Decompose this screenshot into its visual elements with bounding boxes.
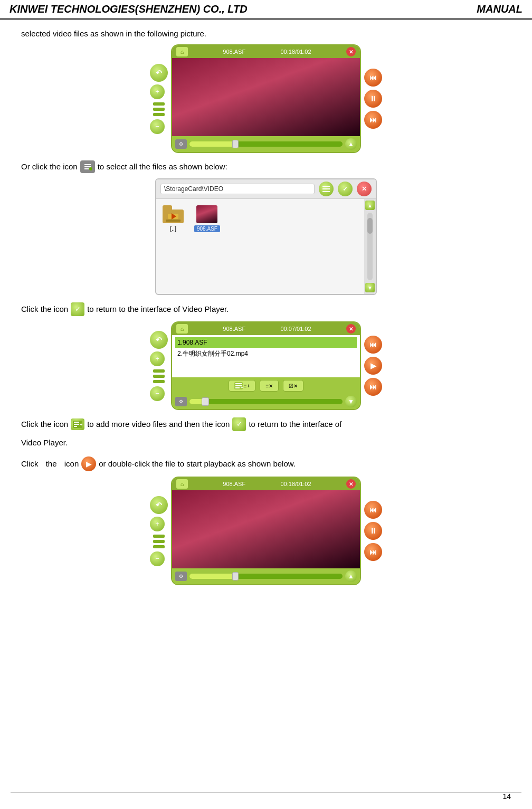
home-icon-3[interactable]: ⌂ (176, 479, 188, 489)
player3-left-controls: ↶ + − (147, 477, 171, 585)
settings-icon[interactable]: ⚙ (175, 139, 187, 149)
player3-wrap: ↶ + − ⌂ 908.ASF 00:18/01:02 ✕ (21, 477, 511, 585)
play-button-2[interactable]: ▶ (364, 357, 382, 375)
add-to-playlist-button[interactable]: + ≡+ (229, 380, 256, 392)
player3: ↶ + − ⌂ 908.ASF 00:18/01:02 ✕ (147, 477, 385, 585)
zoom-in-button-3[interactable]: + (150, 517, 165, 531)
player2-right-controls: ⏮ ▶ ⏭ (361, 321, 385, 410)
zoom-out-button[interactable]: − (150, 119, 165, 134)
player1-wrap: ↶ + − ⌂ 908.ASF 00:18/01:02 ✕ (21, 44, 511, 153)
close-icon[interactable]: ✕ (346, 47, 356, 56)
player1-progress-fill (189, 141, 235, 147)
player3-filename: 908.ASF (223, 481, 245, 487)
home-icon[interactable]: ⌂ (176, 47, 188, 56)
player3-screen (172, 490, 360, 568)
or-click-text1: Or click the icon (21, 160, 78, 173)
player2-wrap: ↶ + − ⌂ 908.ASF 00:07/01:02 ✕ 1.908.ASF (21, 321, 511, 410)
player3-progress-handle[interactable] (232, 572, 239, 580)
close-icon-2[interactable]: ✕ (346, 324, 356, 334)
rewind-button-2[interactable]: ⏮ (364, 336, 382, 354)
click-icon-text2: to return to the interface of Video Play… (87, 303, 229, 316)
parent-folder-label: [..] (170, 225, 176, 232)
file-browser-path: \StorageCard\VIDEO (160, 184, 315, 194)
manual-label: MANUAL (477, 3, 522, 15)
player1-topbar: ⌂ 908.ASF 00:18/01:02 ✕ (172, 45, 360, 58)
player3-video-content (172, 490, 360, 568)
svg-rect-6 (322, 188, 330, 189)
forward-button-3[interactable]: ⏭ (364, 543, 382, 561)
forward-button-2[interactable]: ⏭ (364, 378, 382, 396)
settings-icon-3[interactable]: ⚙ (175, 572, 187, 581)
home-icon-2[interactable]: ⌂ (176, 324, 188, 334)
select-all-icon (80, 160, 95, 173)
click-play-text2: the (46, 458, 57, 470)
click-add-text2: to add more video files and then the ico… (87, 418, 230, 431)
svg-rect-11 (235, 387, 240, 388)
rewind-button[interactable]: ⏮ (364, 69, 382, 87)
bottom-line (11, 793, 521, 793)
file-item-parent[interactable]: [..] (163, 205, 184, 232)
file-browser: \StorageCard\VIDEO ✓ ✕ (155, 178, 377, 295)
pause-button-3[interactable]: ⏸ (364, 522, 382, 540)
player2-left-controls: ↶ + − (147, 321, 171, 410)
settings-icon-2[interactable]: ⚙ (175, 397, 187, 406)
scroll-up-button[interactable]: ▲ (365, 201, 375, 210)
svg-text:+: + (241, 385, 243, 389)
playlist-item-1[interactable]: 1.908.ASF (175, 337, 357, 348)
checkmark-icon: ✓ (71, 302, 84, 316)
zoom-in-button-2[interactable]: + (150, 351, 165, 366)
player1-screen (172, 58, 360, 136)
close-browser-button[interactable]: ✕ (357, 182, 372, 196)
list-view-button[interactable] (319, 182, 334, 196)
file-item-908asf[interactable]: 908.ASF (194, 205, 220, 232)
scroll-down-button[interactable]: ▼ (365, 283, 375, 292)
svg-rect-15 (74, 424, 79, 425)
playlist-item-2[interactable]: 2.牛明织女削分手02.mp4 (175, 348, 357, 360)
player3-progress[interactable] (189, 574, 343, 579)
player2-topbar: ⌂ 908.ASF 00:07/01:02 ✕ (172, 322, 360, 335)
click-play-text1: Click (21, 458, 39, 470)
click-add-text1: Click the icon (21, 418, 68, 431)
back-button-3[interactable]: ↶ (150, 496, 168, 514)
svg-rect-16 (74, 426, 77, 427)
eject-icon-2[interactable]: ▼ (345, 396, 357, 407)
back-button[interactable]: ↶ (150, 64, 168, 82)
zoom-in-button[interactable]: + (150, 84, 165, 99)
eject-icon-3[interactable]: ▲ (345, 570, 357, 582)
remove-from-playlist-button[interactable]: ≡✕ (260, 380, 279, 392)
close-icon-3[interactable]: ✕ (346, 479, 356, 489)
add-icon: + (71, 418, 84, 430)
click-icon-text1: Click the icon (21, 303, 68, 316)
player3-progress-fill (189, 574, 235, 579)
zoom-out-button-2[interactable]: − (150, 386, 165, 401)
click-play-section: Click the icon ▶ or double-click the fil… (21, 456, 511, 471)
player2-progress-handle[interactable] (202, 397, 209, 406)
file-908asf-label: 908.ASF (194, 225, 220, 232)
click-add-text4: Video Player. (21, 436, 68, 449)
player3-right-controls: ⏮ ⏸ ⏭ (361, 477, 385, 585)
rewind-button-3[interactable]: ⏮ (364, 501, 382, 519)
or-click-text2: to select all the files as shown below: (98, 160, 227, 173)
player1-center: ⌂ 908.ASF 00:18/01:02 ✕ ⚙ ▲ (171, 44, 361, 153)
back-button-2[interactable]: ↶ (150, 331, 168, 349)
file-browser-scrollbar: ▲ ▼ (364, 199, 376, 294)
pause-button[interactable]: ⏸ (364, 90, 382, 108)
svg-rect-1 (84, 164, 91, 165)
player1-progress-handle[interactable] (232, 140, 239, 148)
zoom-out-button-3[interactable]: − (150, 551, 165, 566)
clear-checked-button[interactable]: ☑✕ (283, 380, 303, 392)
click-add-section2: Video Player. (21, 436, 511, 449)
click-add-text3: to return to the interface of (249, 418, 341, 431)
forward-button[interactable]: ⏭ (364, 111, 382, 129)
player1-video-content (172, 58, 360, 136)
player2-filename: 908.ASF (223, 326, 245, 332)
player2-progress[interactable] (189, 399, 343, 404)
scroll-thumb[interactable] (367, 218, 373, 234)
player1-progress[interactable] (189, 141, 343, 147)
scroll-track (367, 213, 373, 280)
player3-time: 00:18/01:02 (281, 481, 311, 487)
player2-playlist: ⌂ 908.ASF 00:07/01:02 ✕ 1.908.ASF 2.牛明织女… (171, 321, 361, 410)
eject-icon[interactable]: ▲ (345, 138, 357, 150)
player1-right-controls: ⏮ ⏸ ⏭ (361, 44, 385, 153)
select-all-button[interactable]: ✓ (338, 182, 353, 196)
